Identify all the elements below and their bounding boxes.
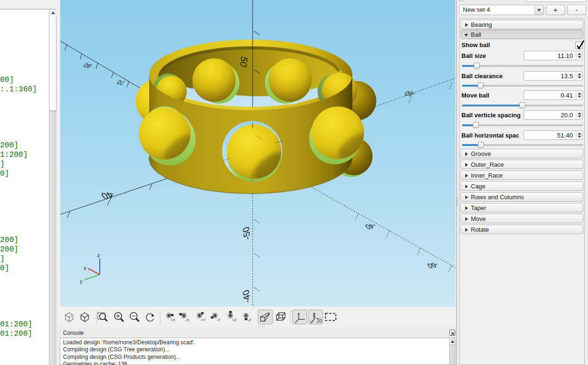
svg-text:y: y <box>80 279 82 284</box>
svg-text:-Z: -Z <box>247 318 251 322</box>
svg-text:+Z: +Z <box>232 318 237 322</box>
svg-text:-Y: -Y <box>216 318 221 322</box>
svg-text:-X: -X <box>185 318 190 322</box>
svg-text:+X: +X <box>170 318 175 322</box>
svg-text:10: 10 <box>317 318 322 324</box>
svg-text:z: z <box>97 253 100 258</box>
svg-text:+Y: +Y <box>201 318 206 322</box>
svg-text:x: x <box>84 266 86 271</box>
